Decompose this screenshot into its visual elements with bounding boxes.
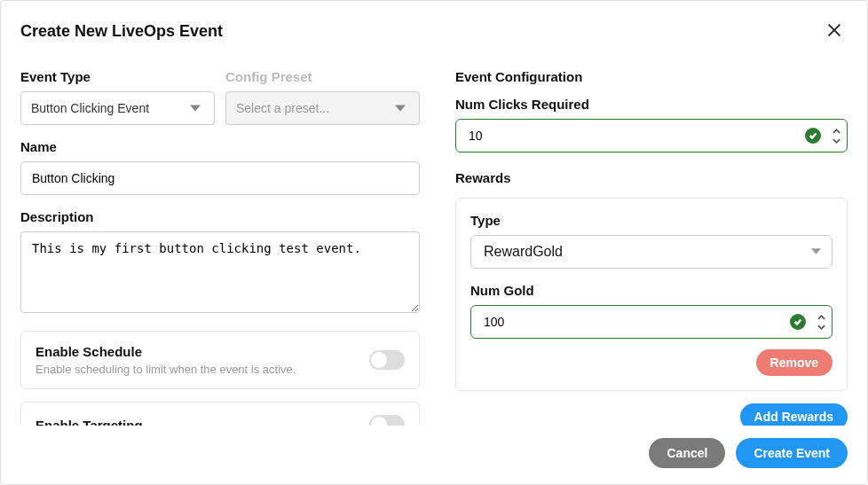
enable-schedule-title: Enable Schedule bbox=[36, 344, 296, 359]
num-clicks-label: Num Clicks Required bbox=[455, 97, 848, 112]
config-preset-select[interactable]: Select a preset... bbox=[225, 91, 420, 125]
num-gold-field bbox=[470, 305, 832, 339]
num-gold-input[interactable] bbox=[470, 305, 832, 339]
enable-targeting-title: Enable Targeting bbox=[36, 418, 143, 426]
chevron-down-icon[interactable] bbox=[830, 137, 842, 145]
event-type-select[interactable]: Button Clicking Event bbox=[20, 91, 215, 125]
config-preset-label: Config Preset bbox=[225, 69, 420, 84]
close-icon bbox=[825, 20, 844, 40]
remove-reward-button[interactable]: Remove bbox=[756, 349, 832, 376]
event-type-label: Event Type bbox=[20, 69, 215, 84]
chevron-down-icon[interactable] bbox=[815, 323, 827, 332]
event-config-heading: Event Configuration bbox=[455, 69, 848, 84]
chevron-down-icon bbox=[811, 244, 821, 260]
chevron-up-icon[interactable] bbox=[830, 127, 842, 136]
create-event-button[interactable]: Create Event bbox=[736, 438, 848, 468]
reward-type-select[interactable]: RewardGold bbox=[470, 235, 832, 269]
check-icon bbox=[790, 314, 806, 330]
rewards-heading: Rewards bbox=[455, 170, 848, 185]
enable-targeting-toggle[interactable] bbox=[369, 415, 405, 426]
enable-schedule-toggle[interactable] bbox=[369, 350, 405, 370]
description-textarea[interactable] bbox=[20, 231, 420, 313]
name-label: Name bbox=[20, 139, 420, 154]
rewards-box: Type RewardGold Num Gold bbox=[455, 198, 848, 391]
reward-type-label: Type bbox=[470, 213, 832, 228]
create-liveops-event-modal: Create New LiveOps Event Event Type Butt… bbox=[0, 0, 868, 485]
enable-targeting-card: Enable Targeting bbox=[20, 402, 420, 426]
modal-title: Create New LiveOps Event bbox=[20, 22, 223, 41]
num-clicks-stepper[interactable] bbox=[830, 127, 842, 145]
description-label: Description bbox=[20, 209, 420, 224]
enable-schedule-sub: Enable scheduling to limit when the even… bbox=[36, 363, 296, 376]
close-button[interactable] bbox=[821, 17, 848, 46]
num-gold-stepper[interactable] bbox=[815, 313, 827, 332]
num-clicks-input[interactable] bbox=[455, 119, 848, 153]
reward-type-value: RewardGold bbox=[484, 244, 563, 260]
check-icon bbox=[805, 128, 821, 144]
add-rewards-button[interactable]: Add Rewards bbox=[740, 403, 848, 426]
num-clicks-field bbox=[455, 119, 848, 153]
enable-schedule-card: Enable Schedule Enable scheduling to lim… bbox=[20, 331, 420, 389]
name-input[interactable] bbox=[20, 161, 420, 195]
cancel-button[interactable]: Cancel bbox=[649, 438, 725, 468]
chevron-up-icon[interactable] bbox=[815, 313, 827, 322]
num-gold-label: Num Gold bbox=[470, 283, 832, 298]
